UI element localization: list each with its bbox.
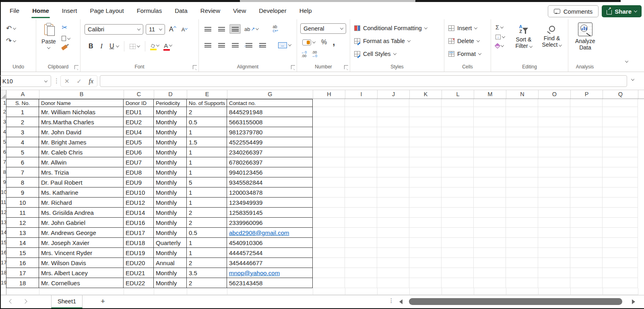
empty-cell[interactable] [377, 258, 409, 268]
empty-cell[interactable] [570, 99, 603, 107]
cell[interactable]: 5 [6, 147, 39, 157]
empty-cell[interactable] [377, 117, 409, 127]
copy-button[interactable] [60, 35, 71, 42]
empty-cell[interactable] [345, 147, 377, 157]
cell[interactable]: 1 [187, 187, 227, 198]
align-center-button[interactable] [216, 40, 227, 50]
tab-help[interactable]: Help [293, 2, 318, 19]
empty-cell[interactable] [377, 107, 409, 117]
fill-button[interactable]: ↓ [494, 34, 506, 40]
empty-cell[interactable] [187, 288, 227, 295]
cell[interactable]: Mr. Andrews George [39, 228, 124, 238]
cell[interactable]: 1 [187, 248, 227, 258]
decrease-indent-button[interactable]: ← [243, 40, 254, 50]
empty-cell[interactable] [603, 137, 638, 147]
cell[interactable]: Mr. Richard [39, 198, 124, 208]
cell[interactable]: 2 [187, 107, 227, 117]
empty-cell[interactable] [313, 177, 345, 187]
empty-cell[interactable] [313, 157, 345, 167]
empty-cell[interactable] [442, 187, 474, 198]
empty-cell[interactable] [442, 268, 474, 278]
empty-cell[interactable] [474, 238, 506, 248]
column-header-J[interactable]: J [378, 90, 410, 99]
empty-cell[interactable] [377, 177, 409, 187]
empty-cell[interactable] [603, 218, 638, 228]
cell[interactable]: Monthly [154, 137, 187, 147]
empty-cell[interactable] [570, 228, 603, 238]
empty-cell[interactable] [313, 288, 345, 295]
empty-cell[interactable] [313, 99, 345, 107]
empty-cell[interactable] [409, 137, 442, 147]
row-header-4[interactable]: 4 [1, 127, 6, 137]
cell[interactable]: Dr. Paul Robert [39, 177, 124, 187]
cell[interactable]: 6 [6, 157, 39, 167]
empty-cell[interactable] [603, 187, 638, 198]
column-header-M[interactable]: M [474, 90, 506, 99]
cell[interactable]: 8 [6, 177, 39, 187]
empty-cell[interactable] [570, 157, 603, 167]
empty-cell[interactable] [345, 268, 377, 278]
format-painter-button[interactable] [60, 45, 71, 50]
empty-cell[interactable] [603, 288, 638, 295]
column-header-Q[interactable]: Q [603, 90, 638, 99]
chevron-down-icon[interactable] [500, 25, 504, 28]
empty-cell[interactable] [442, 248, 474, 258]
empty-cell[interactable] [474, 107, 506, 117]
cell[interactable]: 1 [187, 127, 227, 137]
empty-cell[interactable] [377, 157, 409, 167]
empty-cell[interactable] [570, 248, 603, 258]
empty-cell[interactable] [474, 177, 506, 187]
empty-cell[interactable] [345, 107, 377, 117]
analyze-data-button[interactable]: Analyze Data [574, 23, 597, 51]
cell[interactable]: 6780266397 [227, 157, 313, 167]
empty-cell[interactable] [442, 258, 474, 268]
chevron-down-icon[interactable] [169, 43, 172, 46]
empty-cell[interactable] [377, 198, 409, 208]
empty-cell[interactable] [442, 288, 474, 295]
empty-cell[interactable] [506, 288, 539, 295]
empty-cell[interactable] [474, 288, 506, 295]
empty-cell[interactable] [474, 187, 506, 198]
cell[interactable]: 0.5 [187, 228, 227, 238]
row-header-3[interactable]: 3 [1, 117, 6, 127]
empty-cell[interactable] [442, 228, 474, 238]
column-header-G[interactable]: G [227, 90, 313, 99]
row-header-9[interactable]: 9 [1, 177, 6, 187]
cell[interactable]: 5663155008 [227, 117, 313, 127]
orientation-button[interactable]: ab↗ [243, 25, 260, 33]
cell-styles-button[interactable]: Cell Styles [354, 51, 396, 57]
cell[interactable]: 5 [187, 177, 227, 187]
cell[interactable]: 12 [6, 218, 39, 228]
decrease-decimal-button[interactable]: .00→0 [312, 51, 317, 58]
empty-cell[interactable] [409, 99, 442, 107]
cell[interactable]: 11 [6, 208, 39, 218]
cell[interactable]: 1 [187, 198, 227, 208]
cell[interactable]: EDU19 [124, 248, 154, 258]
number-dialog-launcher[interactable] [344, 65, 348, 69]
empty-cell[interactable] [506, 258, 538, 268]
empty-cell[interactable] [345, 238, 377, 248]
redo-button[interactable]: ↷ [5, 37, 17, 45]
row-header-1[interactable]: 1 [1, 99, 6, 107]
empty-cell[interactable] [603, 198, 638, 208]
empty-cell[interactable] [506, 147, 538, 157]
cell[interactable]: Mrs.Martha Charles [39, 117, 124, 127]
row-header-13[interactable]: 13 [1, 218, 6, 228]
cell[interactable]: Mr. Cornellues [39, 278, 124, 288]
cell[interactable]: 17 [6, 268, 39, 278]
empty-cell[interactable] [538, 147, 570, 157]
row-header-20[interactable] [1, 288, 6, 295]
empty-cell[interactable] [506, 248, 538, 258]
cell[interactable]: 1 [187, 238, 227, 248]
empty-cell[interactable] [603, 258, 638, 268]
empty-cell[interactable] [570, 238, 603, 248]
collapse-ribbon-chevron[interactable] [625, 59, 628, 62]
cell[interactable]: 2339960096 [227, 218, 313, 228]
decrease-font-button[interactable]: A [180, 26, 189, 33]
empty-cell[interactable] [345, 258, 377, 268]
empty-cell[interactable] [442, 177, 474, 187]
empty-cell[interactable] [506, 208, 538, 218]
cell[interactable]: Mrs. Trizia [39, 167, 124, 177]
cell[interactable]: Mr. Wilson Davis [39, 258, 124, 268]
merge-center-button[interactable]: ↔ [277, 41, 292, 49]
